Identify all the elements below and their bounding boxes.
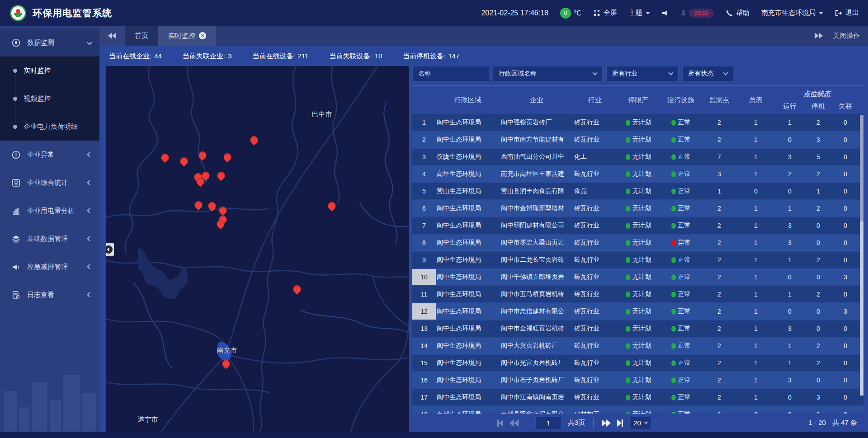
panel-collapse-button[interactable] [106,243,114,256]
map-marker-pin[interactable] [217,172,225,179]
next-page-button[interactable] [602,419,611,427]
notifications-button[interactable]: 2632 [680,9,714,18]
table-scrollbar[interactable] [860,115,863,396]
table-row[interactable]: 1 阆中生态环境局 阆中强锐页岩砖厂 砖瓦行业 无计划 正常 2 1 1 2 0 [412,114,863,131]
org-dropdown[interactable]: 南充市生态环境局 [761,9,823,17]
close-tab-icon[interactable]: ✕ [199,32,206,39]
cell-company: 阆中市石子页岩机砖厂 [500,376,573,384]
logout-button[interactable]: 退出 [835,9,859,17]
status-dot-icon [671,223,676,229]
map-marker-pin[interactable] [293,285,301,293]
map-marker-pin[interactable] [217,220,225,228]
cell-running: 0 [775,308,805,315]
cell-region: 阆中生态环境局 [436,204,500,212]
table-row[interactable]: 12 阆中生态环境局 阆中市忠信建材有限公 砖瓦行业 无计划 正常 2 1 0 … [412,303,863,320]
cell-production-status: 无计划 [617,136,660,144]
sidebar-item-emergency-reduction[interactable]: 应急减排管理 [0,253,99,281]
cell-monitor-points: 2 [702,119,737,126]
status-select[interactable]: 所有状态 [682,66,733,81]
table-row[interactable]: 6 阆中生态环境局 阆中市金博瑞新型墙材 砖瓦行业 无计划 正常 2 1 1 2… [412,200,863,217]
map-marker-pin[interactable] [208,202,216,210]
name-search-input[interactable]: 名称 [412,66,489,81]
table-row[interactable]: 5 营山生态环境局 营山县润丰肉食品有限 食品 无计划 正常 1 0 0 1 0 [412,183,863,199]
page-size-select[interactable]: 20 [629,417,651,429]
table-row[interactable]: 13 阆中生态环境局 阆中市金福旺页岩机砖 砖瓦行业 无计划 正常 2 1 3 … [412,320,863,337]
table-row[interactable]: 14 阆中生态环境局 阆中大兴页岩机砖厂 砖瓦行业 无计划 正常 2 1 1 2… [412,338,863,354]
prev-page-button[interactable] [509,419,519,427]
sidebar-item-data-monitoring[interactable]: 数据监测 [0,28,99,57]
cell-monitor-points: 2 [702,377,737,384]
table-row[interactable]: 16 阆中生态环境局 阆中市石子页岩机砖厂 砖瓦行业 无计划 正常 2 1 3 … [412,372,863,388]
map-marker-pin[interactable] [202,172,209,179]
map-marker-pin[interactable] [199,151,207,159]
map-marker-pin[interactable] [219,207,226,214]
first-page-button[interactable] [497,419,503,427]
sidebar-item-video-monitoring[interactable]: 视频监控 [0,85,99,113]
map-marker-pin[interactable] [222,360,230,367]
last-page-button[interactable] [617,419,623,427]
sidebar-item-power-load-detail[interactable]: 企业电力负荷明细 [0,113,99,141]
fullscreen-icon [593,9,600,17]
sidebar-item-base-data[interactable]: 基础数据管理 [0,225,99,253]
col-header-production: 停限产 [617,96,660,104]
table-row[interactable]: 3 仪陇生态环境局 西南油气田分公司川中 化工 无计划 正常 7 1 3 5 0 [412,149,863,165]
table-row[interactable]: 17 阆中生态环境局 阆中市江南镇阆南页岩 砖瓦行业 无计划 正常 2 1 0 … [412,389,863,405]
fullscreen-button[interactable]: 全屏 [593,9,617,17]
table-row[interactable]: 15 阆中生态环境局 阆中市光富页岩机砖厂 砖瓦行业 无计划 正常 2 1 1 … [412,355,863,371]
status-dot-icon [671,257,676,263]
map-city-label: 巴中市 [312,110,332,118]
theme-dropdown[interactable]: 主题 [629,9,650,17]
map-panel[interactable]: 巴中市南充市遂宁市 [106,66,409,432]
table-row[interactable]: 18 南部生态环境局 南部县双华水泥有限公 建材加工 无计划 正常 6 0 0 … [412,406,863,414]
table-row[interactable]: 4 高坪生态环境局 南充市高坪区王家店建 砖瓦行业 无计划 正常 3 1 2 2… [412,166,863,182]
cell-company: 阆中市南方节能建材有 [500,136,573,144]
table-row[interactable]: 11 阆中生态环境局 阆中市五马桥页岩机砖 砖瓦行业 无计划 正常 2 1 1 … [412,286,863,302]
bottom-strip [0,432,868,438]
stat-label: 当前在线企业: [109,52,151,61]
tabs-scroll-left-button[interactable] [99,26,125,46]
col-header-meter: 总表 [737,96,775,104]
table-row[interactable]: 2 阆中生态环境局 阆中市南方节能建材有 砖瓦行业 无计划 正常 2 1 0 3… [412,132,863,148]
notification-count-badge: 2632 [689,9,714,18]
sidebar-item-log-view[interactable]: 日志查看 [0,281,99,309]
sidebar-item-power-analysis[interactable]: 企业用电量分析 [0,197,99,225]
table-row[interactable]: 10 阆中生态环境局 阆中千佛镇五郎垭页岩 砖瓦行业 无计划 正常 2 1 0 … [412,269,863,285]
sidebar-item-enterprise-statistics[interactable]: 企业综合统计 [0,169,99,197]
cell-offline: 0 [832,342,859,349]
cell-facility-status: 正常 [660,376,702,384]
cell-monitor-points: 2 [702,205,737,212]
sidebar-item-enterprise-anomaly[interactable]: 企业异常 [0,141,99,169]
page-number-input[interactable]: 1 [535,417,561,429]
map-marker-pin[interactable] [250,136,258,144]
close-operations-button[interactable]: 关闭操作 [833,32,860,40]
cell-region: 阆中生态环境局 [436,307,500,316]
map-marker-pin[interactable] [328,202,336,210]
help-button[interactable]: 帮助 [726,9,750,17]
cell-running: 1 [775,291,805,298]
sidebar-item-label: 企业综合统计 [27,179,88,187]
industry-select[interactable]: 所有行业 [606,66,679,81]
table-row[interactable]: 8 阆中生态环境局 阆中市枣碧大梁山页岩 砖瓦行业 无计划 异常 2 1 3 0… [412,235,863,251]
app-title: 环保用电监管系统 [33,7,112,19]
cell-total-meters: 1 [737,291,775,298]
sound-toggle-button[interactable] [662,10,668,16]
tab-realtime-monitoring[interactable]: 实时监控 ✕ [158,26,216,46]
sidebar-item-realtime-monitoring[interactable]: 实时监控 [0,57,99,85]
map-marker-pin[interactable] [161,154,169,161]
stat-item: 当前停机设备: 147 [403,52,459,61]
table-row[interactable]: 9 阆中生态环境局 阆中市二龙长宝页岩砖 砖瓦行业 无计划 正常 2 1 1 2… [412,252,863,268]
double-chevron-right-icon[interactable] [815,33,823,39]
table-row[interactable]: 7 阆中生态环境局 阆中明阳建材有限公司 砖瓦行业 无计划 正常 2 1 3 0… [412,217,863,234]
table-header: 行政区域 企业 行业 停限产 治污设施 监测点 总表 点位状态 运行 停机 失联 [412,85,863,114]
map-marker-pin[interactable] [194,201,202,209]
map-marker-pin[interactable] [224,153,231,161]
cell-production-status: 无计划 [617,273,660,281]
region-select[interactable]: 行政区域名称 [493,66,603,81]
total-count-label: 共 47 条 [832,419,857,427]
phone-icon [726,9,733,17]
row-index: 16 [412,372,436,388]
cell-company: 阆中大兴页岩机砖厂 [500,342,573,350]
cell-offline: 0 [832,325,859,332]
tab-home[interactable]: 首页 [125,26,158,46]
map-marker-pin[interactable] [180,157,188,165]
